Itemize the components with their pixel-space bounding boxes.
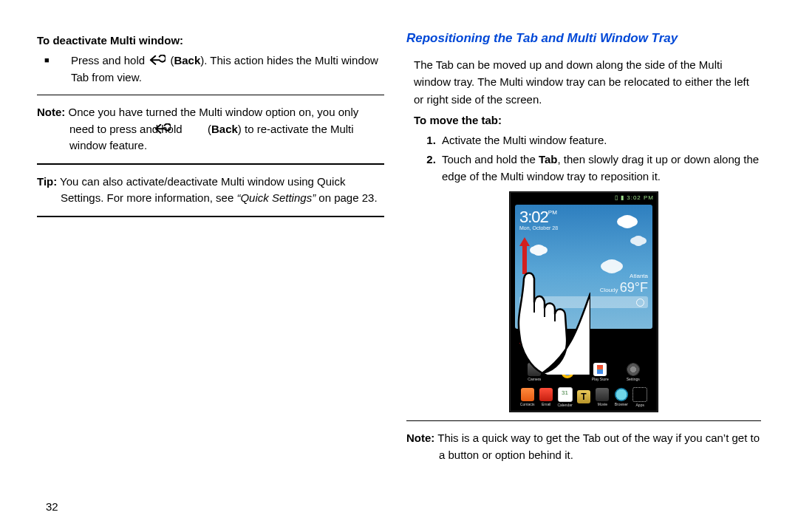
dock-label: Contacts: [520, 402, 535, 406]
deactivate-bullets: Press and hold (Back). This action hides…: [37, 52, 384, 86]
move-tab-steps: Activate the Multi window feature. Touch…: [406, 132, 761, 185]
tip-label: Tip:: [37, 175, 57, 188]
play-store-icon: [593, 363, 607, 376]
step-2-bold: Tab: [539, 153, 558, 166]
contacts-icon: [521, 388, 534, 401]
step-2-pre: Touch and hold the: [442, 153, 539, 166]
tip-block: Tip: You can also activate/deactivate Mu…: [37, 174, 384, 207]
intro-paragraph: The Tab can be moved up and down along t…: [406, 56, 761, 108]
bullet-back-label: Back: [174, 54, 200, 66]
tip-tail: on page 23.: [316, 191, 377, 204]
note-back-label: Back: [211, 123, 238, 135]
figure-move-tab: ▯ ▮ 3:02 PM 3:02PM Mon, October 28 Atlan…: [510, 192, 658, 412]
t-icon: T: [577, 390, 590, 403]
gear-icon: [627, 363, 640, 376]
weather-city: Atlanta: [600, 273, 648, 280]
back-icon: [149, 54, 166, 64]
tip-link: “Quick Settings”: [236, 191, 316, 204]
apps-icon: [632, 387, 647, 402]
dock-label: Apps: [636, 403, 644, 407]
clock-ampm: PM: [548, 209, 557, 216]
dock-label: Settings: [627, 377, 640, 381]
note-block: Note: Once you have turned the Multi win…: [37, 104, 384, 154]
note-body: This is a quick way to get the Tab out o…: [434, 432, 760, 461]
weather-cond: Cloudy: [600, 287, 618, 293]
clock-date: Mon, October 28: [519, 225, 558, 231]
deactivate-heading: To deactivate Multi window:: [37, 34, 384, 47]
calendar-icon: 31: [558, 387, 573, 402]
browser-icon: [615, 388, 628, 401]
dock-label: Browser: [615, 402, 628, 406]
dock-row-2: Contacts Email 31Calendar T Movie Browse…: [515, 384, 652, 409]
dock-item-t: T: [574, 390, 593, 404]
email-icon: [539, 388, 553, 401]
note-label: Note:: [37, 106, 65, 118]
dock-item-contacts: Contacts: [518, 388, 536, 406]
movie-icon: [596, 388, 609, 401]
divider-thick: [37, 216, 384, 217]
step-2: Touch and hold the Tab, then slowly drag…: [439, 151, 761, 185]
dock-item-settings: Settings: [623, 363, 644, 381]
page-number: 32: [46, 500, 58, 513]
step-1: Activate the Multi window feature.: [439, 132, 761, 149]
weather-temp: 69°F: [620, 280, 648, 295]
dock-item-apps: Apps: [631, 387, 649, 407]
figure-statusbar: ▯ ▮ 3:02 PM: [511, 193, 657, 205]
section-title: Repositioning the Tab and Multi Window T…: [406, 31, 761, 46]
dock-item-browser: Browser: [612, 388, 630, 406]
right-column: Repositioning the Tab and Multi Window T…: [399, 31, 761, 517]
divider-thick: [37, 163, 384, 165]
divider: [406, 420, 761, 421]
dock-item-movie: Movie: [593, 388, 612, 406]
dock-label: Movie: [598, 402, 607, 406]
divider: [37, 95, 384, 95]
note-label: Note:: [406, 432, 434, 444]
note-block-right: Note: This is a quick way to get the Tab…: [406, 430, 761, 463]
deactivate-bullet-item: Press and hold (Back). This action hides…: [58, 52, 384, 86]
dock-item-playstore: Play Store: [590, 363, 610, 381]
dock-label: Play Store: [592, 377, 609, 381]
dock-label: Calendar: [557, 403, 572, 407]
dock-item-calendar: 31Calendar: [556, 387, 574, 407]
back-icon: [187, 123, 203, 133]
dock-label: Email: [542, 402, 551, 406]
dock-item-email: Email: [536, 388, 555, 406]
clock-widget: 3:02PM Mon, October 28: [519, 209, 558, 231]
step-1-text: Activate the Multi window feature.: [442, 134, 607, 146]
weather-widget: Atlanta Cloudy 69°F: [600, 273, 648, 296]
dock-label: Camera: [528, 377, 541, 381]
status-time: 3:02 PM: [627, 194, 654, 201]
left-column: To deactivate Multi window: Press and ho…: [37, 31, 399, 517]
status-icons: ▯ ▮ 3:02 PM: [615, 194, 654, 201]
manual-page: To deactivate Multi window: Press and ho…: [0, 0, 798, 532]
clock-time: 3:02: [519, 208, 548, 226]
bullet-text-pre: Press and hold: [71, 54, 148, 66]
move-tab-heading: To move the tab:: [406, 114, 761, 126]
hand-gesture-icon: [510, 264, 590, 375]
